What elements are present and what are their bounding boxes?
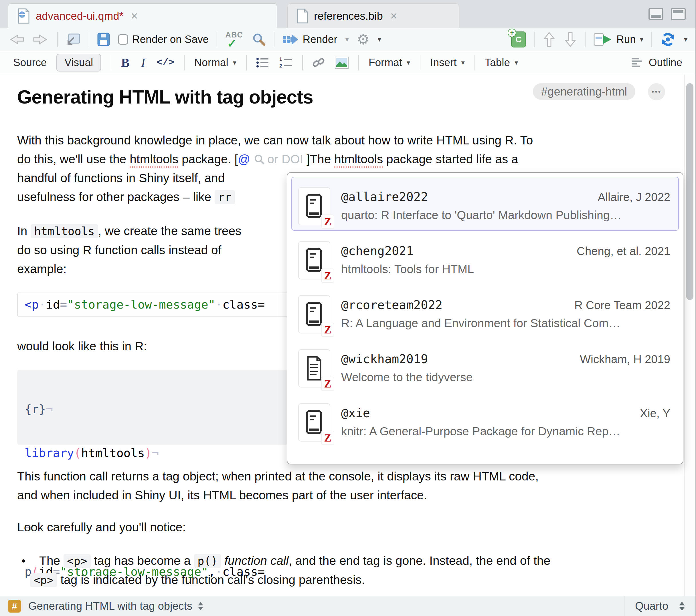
- gear-caret-icon[interactable]: ▾: [378, 36, 381, 43]
- insert-chunk-icon[interactable]: +C: [511, 31, 526, 47]
- style-caret-icon: ▾: [233, 59, 236, 66]
- citation-autocomplete-popup: Z @allaire2022 Allaire, J 2022 quarto: R…: [287, 172, 683, 465]
- image-icon[interactable]: [335, 56, 349, 69]
- paragraph: would look like this in R:: [17, 337, 147, 356]
- citation-entry-cheng2021[interactable]: Z @cheng2021 Cheng, et al. 2021 htmltool…: [291, 231, 679, 285]
- run-next-chunks-icon[interactable]: [564, 31, 577, 48]
- render-on-save-label: Render on Save: [132, 33, 209, 46]
- render-on-save-checkbox[interactable]: [118, 34, 128, 45]
- tab-label: references.bib: [314, 10, 383, 22]
- book-icon: Z: [298, 295, 330, 334]
- format-menu[interactable]: Format ▾: [369, 56, 410, 69]
- editor-tab-bar: advanced-ui.qmd* × references.bib ×: [0, 0, 695, 28]
- citation-id: @allaire2022: [341, 190, 428, 204]
- tab-label: advanced-ui.qmd*: [36, 10, 123, 22]
- gear-icon[interactable]: ⚙: [357, 32, 370, 47]
- bullet-list-icon[interactable]: [256, 57, 270, 68]
- page-title: Generating HTML with tag objects: [17, 86, 313, 108]
- document-mode-label: Quarto: [635, 600, 668, 612]
- citation-search-icon: [254, 154, 265, 164]
- citation-source: Xie, Y: [640, 407, 670, 420]
- maximize-pane-icon[interactable]: [671, 8, 686, 20]
- run-previous-chunks-icon[interactable]: [543, 31, 556, 48]
- table-menu[interactable]: Table ▾: [485, 56, 518, 69]
- paragraph-style-dropdown[interactable]: Normal ▾: [194, 56, 236, 69]
- inline-code: <p>: [30, 573, 57, 587]
- insert-caret-icon: ▾: [461, 59, 465, 66]
- inline-code: htmltools: [31, 224, 98, 238]
- bullet-list-item: •The <p> tag has become a p() function c…: [21, 551, 550, 590]
- svg-text:2: 2: [279, 63, 282, 68]
- article-icon: Z: [298, 349, 330, 388]
- format-caret-icon: ▾: [407, 59, 410, 66]
- citation-id: @xie: [341, 406, 370, 420]
- minimize-pane-icon[interactable]: [648, 8, 663, 20]
- book-icon: Z: [298, 187, 330, 225]
- run-icon: [594, 32, 613, 47]
- run-caret-icon[interactable]: ▾: [640, 36, 643, 43]
- close-icon[interactable]: ×: [131, 10, 138, 22]
- italic-button[interactable]: I: [139, 55, 147, 70]
- misspelled-word: htmltools: [334, 152, 383, 166]
- section-breadcrumb[interactable]: Generating HTML with tag objects: [28, 600, 192, 612]
- citation-source: Cheng, et al. 2021: [577, 245, 670, 258]
- citation-entry-rcoreteam2022[interactable]: Z @rcoreteam2022 R Core Team 2022 R: A L…: [291, 285, 679, 339]
- render-icon: [283, 33, 299, 46]
- insert-menu[interactable]: Insert ▾: [430, 56, 465, 69]
- zotero-badge: Z: [321, 214, 334, 229]
- citation-entry-allaire2022[interactable]: Z @allaire2022 Allaire, J 2022 quarto: R…: [291, 177, 679, 231]
- section-anchor-badge[interactable]: #generating-html: [533, 83, 635, 100]
- save-button[interactable]: [97, 33, 110, 46]
- citation-entry-xie[interactable]: Z @xie Xie, Y knitr: A General-Purpose P…: [291, 393, 679, 447]
- scrollbar-thumb[interactable]: [686, 83, 693, 300]
- tab-advanced-ui-qmd[interactable]: advanced-ui.qmd* ×: [8, 3, 277, 28]
- open-in-new-window-icon[interactable]: [66, 33, 81, 46]
- svg-text:1: 1: [279, 57, 282, 62]
- book-icon: Z: [298, 241, 330, 279]
- more-options-button[interactable]: •••: [648, 83, 665, 100]
- source-mode-button[interactable]: Source: [13, 56, 47, 69]
- table-caret-icon: ▾: [515, 59, 518, 66]
- visual-editor-toolbar: Source Visual B I </> Normal ▾ 1 2: [0, 51, 695, 74]
- citation-source: R Core Team 2022: [574, 299, 670, 312]
- numbered-list-icon[interactable]: 1 2: [279, 57, 292, 68]
- forward-button[interactable]: [33, 33, 49, 46]
- zotero-badge: Z: [321, 431, 334, 445]
- link-icon[interactable]: [313, 56, 325, 69]
- back-button[interactable]: [8, 33, 25, 46]
- citation-id: @rcoreteam2022: [341, 298, 442, 312]
- section-stepper-icon[interactable]: [198, 602, 203, 610]
- scrollbar-track[interactable]: [684, 75, 695, 596]
- citation-id: @cheng2021: [341, 244, 413, 258]
- inline-code: p(): [194, 554, 221, 568]
- citation-title: R: A Language and Environment for Statis…: [341, 317, 670, 330]
- code-button[interactable]: </>: [157, 57, 174, 68]
- zotero-badge: Z: [321, 377, 334, 391]
- visual-mode-button[interactable]: Visual: [57, 54, 101, 71]
- search-icon[interactable]: [252, 33, 266, 46]
- citation-title: knitr: A General-Purpose Package for Dyn…: [341, 425, 670, 438]
- inline-code: <p>: [64, 554, 91, 568]
- citation-entry-wickham2019[interactable]: Z @wickham2019 Wickham, H 2019 Welcome t…: [291, 339, 679, 393]
- render-caret-icon[interactable]: ▾: [345, 36, 349, 43]
- render-on-save-toggle[interactable]: Render on Save: [118, 33, 209, 46]
- run-button[interactable]: Run ▾: [594, 32, 643, 47]
- rerun-caret-icon[interactable]: ▾: [684, 36, 687, 43]
- bold-button[interactable]: B: [121, 55, 129, 70]
- section-hash-icon: #: [8, 600, 21, 613]
- insert-menu-label: Insert: [430, 56, 457, 69]
- document-mode-selector[interactable]: Quarto: [624, 596, 695, 616]
- rerun-icon[interactable]: [660, 32, 676, 47]
- close-icon[interactable]: ×: [390, 10, 397, 22]
- outline-toggle[interactable]: Outline: [632, 56, 682, 69]
- paragraph: This function call returns a tag object;…: [17, 467, 539, 505]
- zotero-badge: Z: [321, 269, 334, 283]
- render-button[interactable]: Render: [283, 33, 337, 46]
- zotero-badge: Z: [321, 323, 334, 337]
- document-editor[interactable]: Generating HTML with tag objects #genera…: [0, 75, 695, 596]
- run-label: Run: [616, 33, 636, 46]
- spellcheck-icon[interactable]: ABC✓: [225, 31, 244, 48]
- citation-title: Welcome to the tidyverse: [341, 371, 670, 384]
- tab-references-bib[interactable]: references.bib ×: [287, 3, 459, 28]
- bib-file-icon: [297, 9, 308, 23]
